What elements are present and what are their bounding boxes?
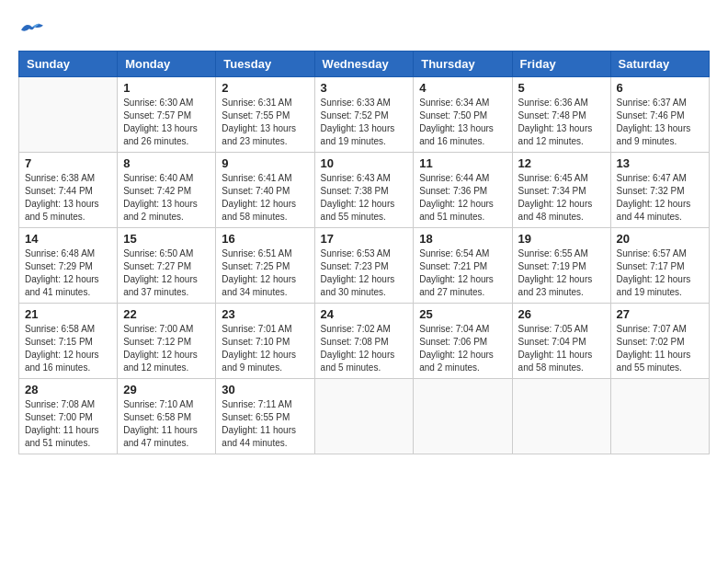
calendar-cell: 16Sunrise: 6:51 AM Sunset: 7:25 PM Dayli… [216, 228, 314, 304]
weekday-sunday: Sunday [19, 52, 118, 77]
day-info: Sunrise: 6:57 AM Sunset: 7:17 PM Dayligh… [617, 247, 703, 299]
calendar-cell: 1Sunrise: 6:30 AM Sunset: 7:57 PM Daylig… [118, 77, 216, 153]
day-info: Sunrise: 6:53 AM Sunset: 7:23 PM Dayligh… [321, 247, 408, 299]
day-info: Sunrise: 6:43 AM Sunset: 7:38 PM Dayligh… [321, 172, 408, 224]
day-info: Sunrise: 6:50 AM Sunset: 7:27 PM Dayligh… [123, 247, 210, 299]
calendar-cell: 30Sunrise: 7:11 AM Sunset: 6:55 PM Dayli… [216, 379, 314, 454]
calendar-cell [414, 379, 512, 454]
day-info: Sunrise: 6:47 AM Sunset: 7:32 PM Dayligh… [617, 172, 703, 224]
day-number: 2 [222, 81, 308, 95]
day-number: 8 [123, 156, 210, 170]
day-number: 13 [617, 156, 703, 170]
day-info: Sunrise: 6:31 AM Sunset: 7:55 PM Dayligh… [222, 97, 308, 148]
calendar-cell [512, 379, 610, 454]
day-number: 3 [321, 81, 408, 95]
calendar-cell: 2Sunrise: 6:31 AM Sunset: 7:55 PM Daylig… [216, 77, 314, 153]
day-info: Sunrise: 6:58 AM Sunset: 7:15 PM Dayligh… [25, 323, 111, 374]
calendar-cell [19, 77, 118, 153]
day-info: Sunrise: 7:08 AM Sunset: 7:00 PM Dayligh… [25, 398, 111, 450]
day-info: Sunrise: 6:38 AM Sunset: 7:44 PM Dayligh… [25, 172, 111, 224]
day-number: 10 [321, 156, 408, 170]
day-number: 25 [419, 307, 506, 321]
day-number: 11 [419, 156, 506, 170]
day-info: Sunrise: 7:05 AM Sunset: 7:04 PM Dayligh… [518, 323, 605, 374]
calendar-cell: 29Sunrise: 7:10 AM Sunset: 6:58 PM Dayli… [118, 379, 216, 454]
calendar-cell: 19Sunrise: 6:55 AM Sunset: 7:19 PM Dayli… [512, 228, 610, 304]
day-info: Sunrise: 7:11 AM Sunset: 6:55 PM Dayligh… [222, 398, 308, 450]
day-info: Sunrise: 7:04 AM Sunset: 7:06 PM Dayligh… [419, 323, 506, 374]
day-number: 30 [222, 383, 308, 396]
calendar-cell: 24Sunrise: 7:02 AM Sunset: 7:08 PM Dayli… [314, 304, 414, 379]
day-number: 24 [321, 307, 408, 321]
day-info: Sunrise: 6:55 AM Sunset: 7:19 PM Dayligh… [518, 247, 605, 299]
weekday-friday: Friday [512, 52, 610, 77]
day-number: 12 [518, 156, 605, 170]
calendar-cell: 8Sunrise: 6:40 AM Sunset: 7:42 PM Daylig… [118, 153, 216, 228]
calendar-cell: 23Sunrise: 7:01 AM Sunset: 7:10 PM Dayli… [216, 304, 314, 379]
calendar-body: 1Sunrise: 6:30 AM Sunset: 7:57 PM Daylig… [19, 77, 710, 454]
day-number: 9 [222, 156, 308, 170]
day-info: Sunrise: 6:34 AM Sunset: 7:50 PM Dayligh… [419, 97, 506, 148]
page-header [18, 18, 710, 41]
logo [18, 18, 46, 41]
calendar-cell: 21Sunrise: 6:58 AM Sunset: 7:15 PM Dayli… [19, 304, 118, 379]
calendar-cell: 12Sunrise: 6:45 AM Sunset: 7:34 PM Dayli… [512, 153, 610, 228]
calendar-cell: 13Sunrise: 6:47 AM Sunset: 7:32 PM Dayli… [610, 153, 709, 228]
calendar-cell: 26Sunrise: 7:05 AM Sunset: 7:04 PM Dayli… [512, 304, 610, 379]
day-number: 22 [123, 307, 210, 321]
day-number: 15 [123, 232, 210, 246]
calendar-cell [314, 379, 414, 454]
day-number: 20 [617, 232, 703, 246]
day-info: Sunrise: 6:36 AM Sunset: 7:48 PM Dayligh… [518, 97, 605, 148]
day-info: Sunrise: 7:02 AM Sunset: 7:08 PM Dayligh… [321, 323, 408, 374]
calendar-cell: 9Sunrise: 6:41 AM Sunset: 7:40 PM Daylig… [216, 153, 314, 228]
calendar-cell: 14Sunrise: 6:48 AM Sunset: 7:29 PM Dayli… [19, 228, 118, 304]
calendar-week-2: 14Sunrise: 6:48 AM Sunset: 7:29 PM Dayli… [19, 228, 710, 304]
calendar-week-3: 21Sunrise: 6:58 AM Sunset: 7:15 PM Dayli… [19, 304, 710, 379]
calendar-week-4: 28Sunrise: 7:08 AM Sunset: 7:00 PM Dayli… [19, 379, 710, 454]
calendar-cell [610, 379, 709, 454]
day-info: Sunrise: 6:30 AM Sunset: 7:57 PM Dayligh… [123, 97, 210, 148]
day-number: 21 [25, 307, 111, 321]
day-number: 6 [617, 81, 703, 95]
calendar-cell: 11Sunrise: 6:44 AM Sunset: 7:36 PM Dayli… [414, 153, 512, 228]
day-number: 17 [321, 232, 408, 246]
calendar-week-1: 7Sunrise: 6:38 AM Sunset: 7:44 PM Daylig… [19, 153, 710, 228]
calendar-cell: 18Sunrise: 6:54 AM Sunset: 7:21 PM Dayli… [414, 228, 512, 304]
day-info: Sunrise: 6:41 AM Sunset: 7:40 PM Dayligh… [222, 172, 308, 224]
day-number: 26 [518, 307, 605, 321]
day-number: 16 [222, 232, 308, 246]
day-info: Sunrise: 6:54 AM Sunset: 7:21 PM Dayligh… [419, 247, 506, 299]
weekday-saturday: Saturday [610, 52, 709, 77]
day-number: 7 [25, 156, 111, 170]
day-info: Sunrise: 6:48 AM Sunset: 7:29 PM Dayligh… [25, 247, 111, 299]
day-number: 14 [25, 232, 111, 246]
day-number: 27 [617, 307, 703, 321]
calendar-cell: 27Sunrise: 7:07 AM Sunset: 7:02 PM Dayli… [610, 304, 709, 379]
logo-bird-icon [18, 18, 46, 41]
calendar-cell: 20Sunrise: 6:57 AM Sunset: 7:17 PM Dayli… [610, 228, 709, 304]
day-number: 29 [123, 383, 210, 396]
day-info: Sunrise: 6:44 AM Sunset: 7:36 PM Dayligh… [419, 172, 506, 224]
calendar-cell: 5Sunrise: 6:36 AM Sunset: 7:48 PM Daylig… [512, 77, 610, 153]
calendar-cell: 3Sunrise: 6:33 AM Sunset: 7:52 PM Daylig… [314, 77, 414, 153]
day-info: Sunrise: 7:01 AM Sunset: 7:10 PM Dayligh… [222, 323, 308, 374]
day-info: Sunrise: 6:40 AM Sunset: 7:42 PM Dayligh… [123, 172, 210, 224]
weekday-monday: Monday [118, 52, 216, 77]
day-info: Sunrise: 6:45 AM Sunset: 7:34 PM Dayligh… [518, 172, 605, 224]
weekday-thursday: Thursday [414, 52, 512, 77]
day-number: 1 [123, 81, 210, 95]
calendar-cell: 15Sunrise: 6:50 AM Sunset: 7:27 PM Dayli… [118, 228, 216, 304]
weekday-tuesday: Tuesday [216, 52, 314, 77]
calendar-cell: 10Sunrise: 6:43 AM Sunset: 7:38 PM Dayli… [314, 153, 414, 228]
calendar-cell: 6Sunrise: 6:37 AM Sunset: 7:46 PM Daylig… [610, 77, 709, 153]
calendar-cell: 17Sunrise: 6:53 AM Sunset: 7:23 PM Dayli… [314, 228, 414, 304]
calendar-week-0: 1Sunrise: 6:30 AM Sunset: 7:57 PM Daylig… [19, 77, 710, 153]
weekday-header-row: SundayMondayTuesdayWednesdayThursdayFrid… [19, 52, 710, 77]
day-info: Sunrise: 6:51 AM Sunset: 7:25 PM Dayligh… [222, 247, 308, 299]
day-number: 23 [222, 307, 308, 321]
day-info: Sunrise: 7:07 AM Sunset: 7:02 PM Dayligh… [617, 323, 703, 374]
day-info: Sunrise: 7:10 AM Sunset: 6:58 PM Dayligh… [123, 398, 210, 450]
calendar-cell: 25Sunrise: 7:04 AM Sunset: 7:06 PM Dayli… [414, 304, 512, 379]
day-info: Sunrise: 7:00 AM Sunset: 7:12 PM Dayligh… [123, 323, 210, 374]
